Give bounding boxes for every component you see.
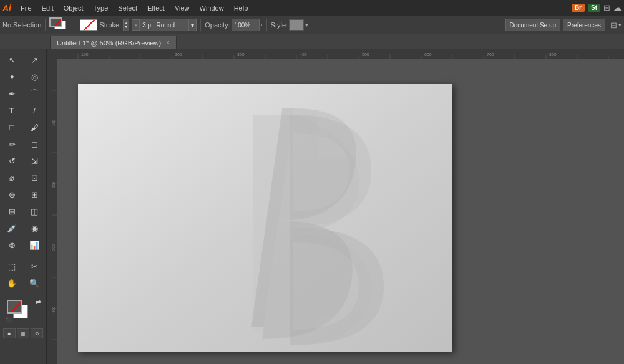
main-area: ↖ ↗ ✦ ◎ ✒ ⌒ T / □ 🖌 ✏ ◻ ↺ ⇲ ⌀ ⊡ [0,49,624,364]
selection-indicator: No Selection [2,21,41,29]
menu-file[interactable]: File [16,3,36,13]
eraser-tool[interactable]: ◻ [24,136,44,152]
gradient-fill-button[interactable]: ▦ [17,328,29,338]
menu-edit[interactable]: Edit [37,3,58,13]
opacity-container: Opacity: 100% › [205,19,262,31]
shape-builder-tool[interactable]: ⊕ [2,186,22,203]
fill-stroke-swatches[interactable] [49,17,72,32]
menu-select[interactable]: Select [114,3,142,13]
arrange-controls: ⊟ ▾ [610,21,622,30]
zoom-tool[interactable]: 🔍 [24,275,44,291]
scale-tool[interactable]: ⇲ [24,153,44,169]
lasso-tool[interactable]: ◎ [24,69,44,85]
artboard-tool[interactable]: ⬚ [2,258,22,274]
curvature-tool[interactable]: ⌒ [24,85,44,102]
svg-text:300: 300 [52,244,56,251]
tool-row-11: 💉 ◉ [2,220,44,236]
blend-tool[interactable]: ◉ [24,220,44,236]
paintbrush-tool[interactable]: 🖌 [24,119,44,135]
stroke-spinner-arrows[interactable]: ▲ ▼ [123,19,129,31]
stroke-weight-dropdown[interactable]: ▾ [189,19,197,31]
pen-tool[interactable]: ✒ [2,85,22,102]
stroke-weight-container: ● 3 pt. Round ▾ [132,19,197,31]
menu-type[interactable]: Type [89,3,113,13]
tool-separator-1 [4,256,42,256]
document-tab[interactable]: Untitled-1* @ 50% (RGB/Preview) × [50,36,177,49]
opacity-value[interactable]: 100% [232,19,260,31]
slice-tool[interactable]: ✂ [24,258,44,274]
menu-window[interactable]: Window [195,3,228,13]
tool-row-2: ✦ ◎ [2,69,44,85]
document-setup-button[interactable]: Document Setup [505,19,561,31]
selection-tool[interactable]: ↖ [2,52,22,68]
tool-row-10: ⊞ ◫ [2,203,44,219]
cloud-icon[interactable]: ☁ [613,3,622,12]
down-arrow-btn[interactable]: ▼ [124,25,128,29]
fill-mode-row: ■ ▦ ⊘ [3,328,43,338]
menu-object[interactable]: Object [59,3,88,13]
preferences-button[interactable]: Preferences [563,19,605,31]
magic-wand-tool[interactable]: ✦ [2,69,22,85]
column-graph-tool[interactable]: 📊 [24,237,44,253]
svg-text:500: 500 [362,52,369,57]
style-dropdown-arrow[interactable]: ▾ [305,22,308,28]
pencil-tool[interactable]: ✏ [2,136,22,152]
free-transform-tool[interactable]: ⊡ [24,170,44,186]
tab-close-button[interactable]: × [166,39,170,46]
opacity-chevron[interactable]: › [261,22,263,28]
canvas-area[interactable]: 100 200 300 400 500 600 700 800 [47,49,624,364]
stroke-container: Stroke: ▲ ▼ [80,19,129,31]
stroke-weight-left: ● [132,19,139,31]
horizontal-ruler: 100 200 300 400 500 600 700 800 [47,49,624,59]
artboard [78,84,452,352]
stroke-label: Stroke: [99,21,121,29]
bridge-icon[interactable]: Br [572,4,585,12]
stroke-icon [80,19,97,31]
menu-view[interactable]: View [170,3,194,13]
swap-colors-button[interactable]: ⇄ [36,299,41,305]
tool-row-8: ⌀ ⊡ [2,170,44,186]
warp-tool[interactable]: ⌀ [2,170,22,186]
tool-row-13: ⬚ ✂ [2,258,44,274]
workspace-icon[interactable]: ⊞ [603,3,610,12]
svg-rect-0 [47,49,624,59]
svg-text:400: 400 [52,306,56,313]
mesh-tool[interactable]: ⊞ [2,203,22,219]
type-tool[interactable]: T [2,102,22,118]
direct-selection-tool[interactable]: ↗ [24,52,44,68]
eyedropper-tool[interactable]: 💉 [2,220,22,236]
gradient-tool[interactable]: ◫ [24,203,44,219]
menu-help[interactable]: Help [230,3,253,13]
rectangle-tool[interactable]: □ [2,119,22,135]
line-tool[interactable]: / [24,102,44,118]
divider-3 [200,19,201,31]
tool-row-5: □ 🖌 [2,119,44,135]
reset-colors-button[interactable]: ⬛ [6,317,12,323]
symbol-sprayer-tool[interactable]: ⊚ [2,237,22,253]
hand-tool[interactable]: ✋ [2,275,22,291]
tab-title: Untitled-1* @ 50% (RGB/Preview) [57,39,161,47]
toolbar: No Selection Stroke: ▲ ▼ ● 3 pt. Round ▾… [0,16,624,34]
perspective-grid-tool[interactable]: ⊞ [24,186,44,203]
no-fill-button[interactable]: ⊘ [31,328,43,338]
rotate-tool[interactable]: ↺ [2,153,22,169]
solid-fill-button[interactable]: ■ [3,328,16,338]
story-icon[interactable]: St [588,4,600,12]
fill-swatch [49,17,62,27]
app-logo: Ai [2,4,11,12]
svg-text:100: 100 [52,119,56,126]
style-swatch[interactable] [289,19,304,31]
menu-effect[interactable]: Effect [143,3,169,13]
divider-1 [45,19,46,31]
arrange-arrow[interactable]: ▾ [618,22,622,28]
style-label: Style: [271,21,288,29]
svg-text:200: 200 [175,52,182,57]
stroke-weight-value[interactable]: 3 pt. Round [139,19,189,31]
tool-separator-2 [4,294,42,294]
foreground-color-swatch[interactable] [7,300,22,314]
stroke-spinner[interactable]: ▲ ▼ [123,19,129,31]
svg-text:300: 300 [237,52,245,57]
divider-4 [266,19,267,31]
arrange-icon[interactable]: ⊟ [610,21,617,30]
svg-text:100: 100 [81,52,89,57]
